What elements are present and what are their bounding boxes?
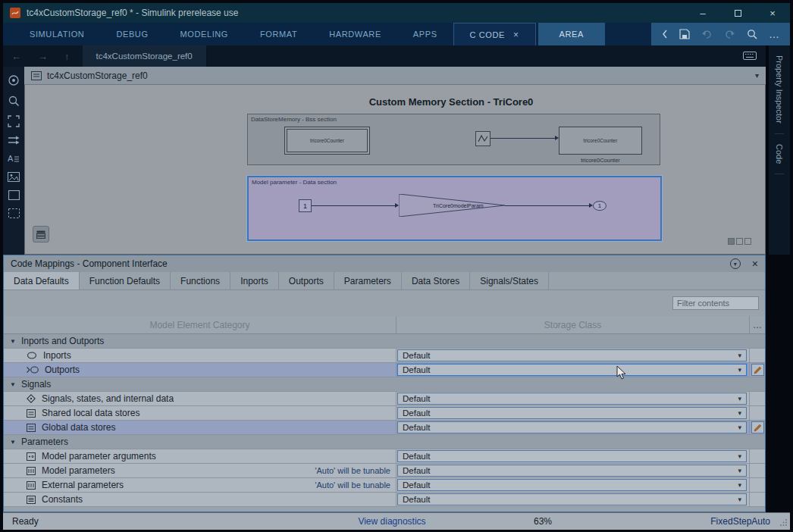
group-row-inports-outports[interactable]: ▼ Inports and Outports xyxy=(4,334,765,349)
dashed-area-icon[interactable] xyxy=(8,208,20,218)
storage-class-dropdown[interactable]: Default ▾ xyxy=(397,465,747,477)
storage-class-dropdown[interactable]: Default ▾ xyxy=(397,493,747,505)
tab-modeling[interactable]: MODELING xyxy=(165,23,244,45)
storage-class-dropdown[interactable]: Default ▾ xyxy=(397,393,747,405)
constant-block[interactable]: 1 xyxy=(299,199,312,212)
tab-area[interactable]: AREA xyxy=(538,23,605,45)
table-row-inports[interactable]: Inports Default ▾ xyxy=(4,349,765,363)
tab-apps[interactable]: APPS xyxy=(397,23,453,45)
storage-class-dropdown[interactable]: Default ▾ xyxy=(397,421,747,433)
tab-data-defaults[interactable]: Data Defaults xyxy=(4,272,80,289)
ribbon-tabs: SIMULATION DEBUG MODELING FORMAT HARDWAR… xyxy=(14,23,605,45)
right-rail: Property Inspector Code xyxy=(769,45,790,255)
collapse-icon[interactable]: ▼ xyxy=(10,338,16,345)
bss-section-area[interactable]: DataStoreMemory - Bss section tricore0Co… xyxy=(247,114,660,165)
box-area-icon[interactable] xyxy=(8,190,20,200)
image-icon[interactable] xyxy=(8,172,20,182)
edit-storage-class-button[interactable] xyxy=(751,421,764,433)
tab-parameters[interactable]: Parameters xyxy=(334,272,402,289)
outport-block[interactable]: 1 xyxy=(593,201,607,211)
constant-icon xyxy=(27,496,36,504)
maximize-button[interactable] xyxy=(720,3,755,23)
panel-title: Code Mappings - Component Interface xyxy=(11,258,168,269)
storage-class-dropdown[interactable]: Default ▾ xyxy=(397,349,747,361)
tab-data-stores[interactable]: Data Stores xyxy=(402,272,470,289)
table-row-global-data-stores[interactable]: Global data stores Default ▾ xyxy=(4,421,765,435)
browse-icon[interactable] xyxy=(8,74,20,86)
wire xyxy=(505,205,589,206)
storage-class-dropdown[interactable]: Default ▾ xyxy=(397,364,747,376)
storage-class-dropdown[interactable]: Default ▾ xyxy=(397,479,747,491)
chevron-down-icon[interactable]: ▾ xyxy=(755,71,759,80)
collapse-icon[interactable]: ▼ xyxy=(10,381,16,388)
view-diagnostics-link[interactable]: View diagnostics xyxy=(358,516,425,527)
tab-format[interactable]: FORMAT xyxy=(244,23,313,45)
document-tab[interactable]: tc4xCustomStorage_ref0 xyxy=(83,45,207,67)
undo-icon[interactable] xyxy=(701,30,713,39)
table-row-signals-states[interactable]: Signals, states, and internal data Defau… xyxy=(4,392,765,406)
tab-function-defaults[interactable]: Function Defaults xyxy=(80,272,171,289)
annotation-icon[interactable]: A xyxy=(8,153,20,164)
table-row-shared-local-data-stores[interactable]: Shared local data stores Default ▾ xyxy=(4,406,765,421)
more-options-icon[interactable]: … xyxy=(769,30,779,38)
tab-property-inspector[interactable]: Property Inspector xyxy=(775,45,784,134)
table-row-model-parameters[interactable]: Model parameters 'Auto' will be tunable … xyxy=(4,464,765,478)
tab-outports[interactable]: Outports xyxy=(279,272,334,289)
canvas-overview-control[interactable] xyxy=(728,238,751,245)
forward-button[interactable]: → xyxy=(30,45,56,67)
tab-simulation[interactable]: SIMULATION xyxy=(14,23,100,45)
table-row-constants[interactable]: Constants Default ▾ xyxy=(4,493,765,507)
show-markup-button[interactable] xyxy=(33,226,49,243)
search-icon[interactable] xyxy=(747,29,757,39)
model-canvas[interactable]: Custom Memory Section - TriCore0 DataSto… xyxy=(24,85,766,255)
data-store-memory-block[interactable]: tricore0Counter xyxy=(284,127,370,155)
close-icon[interactable]: × xyxy=(513,30,519,40)
canvas-title: Custom Memory Section - TriCore0 xyxy=(369,96,534,108)
outport-value: 1 xyxy=(598,202,601,209)
minimize-panel-icon[interactable]: ▾ xyxy=(730,258,741,269)
solver-label[interactable]: FixedStepAuto xyxy=(710,516,770,527)
tab-c-code[interactable]: C CODE × xyxy=(453,23,536,45)
tab-inports[interactable]: Inports xyxy=(230,272,279,289)
column-more-icon[interactable]: … xyxy=(750,316,765,333)
signal-routing-icon[interactable] xyxy=(8,136,20,145)
save-icon[interactable] xyxy=(679,29,690,39)
group-row-signals[interactable]: ▼ Signals xyxy=(4,377,765,392)
storage-class-dropdown[interactable]: Default ▾ xyxy=(397,407,747,419)
edit-storage-class-button[interactable] xyxy=(751,364,764,376)
redo-icon[interactable] xyxy=(724,30,735,39)
tab-hardware[interactable]: HARDWARE xyxy=(313,23,397,45)
data-store-write-block[interactable]: tricore0Counter xyxy=(559,127,642,155)
tab-code[interactable]: Code xyxy=(775,134,784,174)
storage-class-dropdown[interactable]: Default ▾ xyxy=(397,450,747,462)
table-row-outports[interactable]: Outports Default ▾ xyxy=(4,363,765,377)
fit-to-view-icon[interactable] xyxy=(8,115,20,127)
back-button[interactable]: ← xyxy=(3,45,30,67)
signal-source-block[interactable] xyxy=(475,131,491,146)
chevron-down-icon: ▾ xyxy=(738,452,741,460)
category-label: Global data stores xyxy=(42,422,115,433)
parameter-argument-icon xyxy=(27,452,36,461)
table-row-external-parameters[interactable]: External parameters 'Auto' will be tunab… xyxy=(4,478,765,493)
close-panel-icon[interactable]: × xyxy=(752,258,758,270)
resize-grip[interactable] xyxy=(780,518,788,528)
up-button[interactable]: ↑ xyxy=(56,45,78,67)
table-row-model-parameter-arguments[interactable]: Model parameter arguments Default ▾ xyxy=(4,449,765,464)
data-section-area-selected[interactable]: Model parameter - Data section 1 TriCore… xyxy=(247,176,662,241)
collapse-toolstrip-icon[interactable] xyxy=(662,30,668,39)
tab-functions[interactable]: Functions xyxy=(171,272,230,289)
data-store-icon xyxy=(27,409,36,418)
collapse-icon[interactable]: ▼ xyxy=(10,439,16,446)
ribbon: SIMULATION DEBUG MODELING FORMAT HARDWAR… xyxy=(3,23,790,45)
minimize-button[interactable]: – xyxy=(685,3,720,23)
tab-debug[interactable]: DEBUG xyxy=(100,23,164,45)
filter-input[interactable] xyxy=(672,296,759,310)
keyboard-shortcuts-icon[interactable] xyxy=(743,49,757,63)
zoom-icon[interactable] xyxy=(8,95,20,107)
tab-signals-states[interactable]: Signals/States xyxy=(470,272,549,289)
storage-class-cell: Default ▾ xyxy=(396,493,750,506)
model-breadcrumb[interactable]: tc4xCustomStorage_ref0 xyxy=(47,70,148,81)
group-row-parameters[interactable]: ▼ Parameters xyxy=(4,435,765,449)
close-button[interactable]: × xyxy=(755,3,790,23)
gain-block[interactable]: TriCore0modelParam xyxy=(399,194,505,217)
